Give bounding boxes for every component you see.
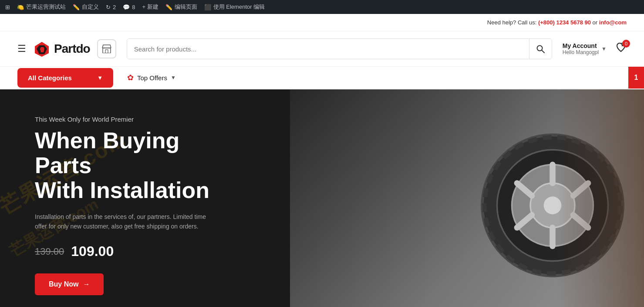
all-categories-chevron-icon: ▼ <box>97 75 103 81</box>
phone-link[interactable]: (+800) 1234 5678 90 <box>538 19 591 26</box>
hero-section: 芒果运营.com 芒果运营.com This Week Only for Wor… <box>0 89 644 307</box>
wp-logo: ⊞ <box>5 4 10 10</box>
search-area <box>127 38 552 59</box>
store-icon <box>102 44 111 53</box>
comments-icon: 💬 <box>123 4 130 10</box>
hero-subtitle: This Week Only for World Premier <box>35 116 235 123</box>
top-info-bar: Need help? Call us: (+800) 1234 5678 90 … <box>0 14 644 31</box>
wishlist-button[interactable]: 0 <box>615 42 627 55</box>
need-help-text: Need help? Call us: <box>487 19 536 26</box>
search-button[interactable] <box>529 39 552 59</box>
elementor-icon: ⬛ <box>204 4 211 10</box>
svg-rect-3 <box>103 48 111 53</box>
customize-icon: ✏️ <box>73 4 80 10</box>
revisions-icon: ↻ <box>106 4 111 10</box>
hero-description: Installation of parts in the services of… <box>35 212 218 232</box>
top-offers-menu[interactable]: ✿ Top Offers ▼ <box>120 67 183 89</box>
old-price: 139.00 <box>35 246 64 257</box>
account-chevron-icon: ▼ <box>601 46 607 52</box>
svg-line-7 <box>542 50 544 53</box>
admin-revisions[interactable]: ↻ 2 <box>106 4 116 10</box>
logo-text: Partdo <box>54 42 90 56</box>
account-label: My Account <box>563 42 599 49</box>
new-price: 109.00 <box>71 243 114 259</box>
hero-title: When Buying Parts With Installation <box>35 128 235 203</box>
admin-comments[interactable]: 💬 8 <box>123 4 135 10</box>
search-input[interactable] <box>127 39 529 59</box>
offers-icon: ✿ <box>127 73 134 82</box>
arrow-icon: → <box>83 280 90 288</box>
all-categories-button[interactable]: All Categories ▼ <box>17 68 113 88</box>
svg-rect-4 <box>105 50 108 53</box>
hero-title-line2: With Installation <box>35 177 209 203</box>
hero-title-line1: When Buying Parts <box>35 128 179 178</box>
logo-area[interactable]: Partdo <box>33 40 90 58</box>
admin-site-name[interactable]: 🍋 芒果运营测试站 <box>17 3 66 11</box>
hero-background <box>290 89 644 307</box>
top-offers-chevron-icon: ▼ <box>171 75 176 81</box>
admin-customize[interactable]: ✏️ 自定义 <box>73 3 99 11</box>
logo-icon <box>33 40 51 58</box>
my-account-dropdown[interactable]: My Account Hello Mangogpl ▼ <box>563 42 607 55</box>
admin-bar: ⊞ 🍋 芒果运营测试站 ✏️ 自定义 ↻ 2 💬 8 + 新建 ✏️ 编辑页面 … <box>0 0 644 14</box>
admin-wp-icon[interactable]: ⊞ <box>5 4 10 10</box>
admin-edit-page[interactable]: ✏️ 编辑页面 <box>165 3 197 11</box>
admin-new[interactable]: + 新建 <box>142 3 158 11</box>
hamburger-menu[interactable]: ☰ <box>17 43 26 55</box>
site-icon: 🍋 <box>17 4 24 10</box>
email-link[interactable]: info@com <box>599 19 627 26</box>
search-icon <box>536 44 545 53</box>
account-text: My Account Hello Mangogpl <box>563 42 599 55</box>
edit-page-icon: ✏️ <box>165 4 172 10</box>
hero-content: This Week Only for World Premier When Bu… <box>0 89 270 307</box>
admin-elementor-edit[interactable]: ⬛ 使用 Elementor 编辑 <box>204 3 265 11</box>
header: ☰ Partdo <box>0 31 644 67</box>
account-area: My Account Hello Mangogpl ▼ 0 <box>563 42 627 55</box>
hero-price-row: 139.00 109.00 <box>35 243 235 259</box>
buy-now-button[interactable]: Buy Now → <box>35 273 104 295</box>
header-left: ☰ Partdo <box>17 39 116 58</box>
nav-notification-badge[interactable]: 1 <box>628 67 644 89</box>
or-text: or <box>593 19 598 26</box>
wishlist-count: 0 <box>622 40 630 48</box>
nav-bar: All Categories ▼ ✿ Top Offers ▼ 1 <box>0 67 644 89</box>
account-sub: Hello Mangogpl <box>563 49 599 55</box>
store-icon-button[interactable] <box>97 39 116 58</box>
